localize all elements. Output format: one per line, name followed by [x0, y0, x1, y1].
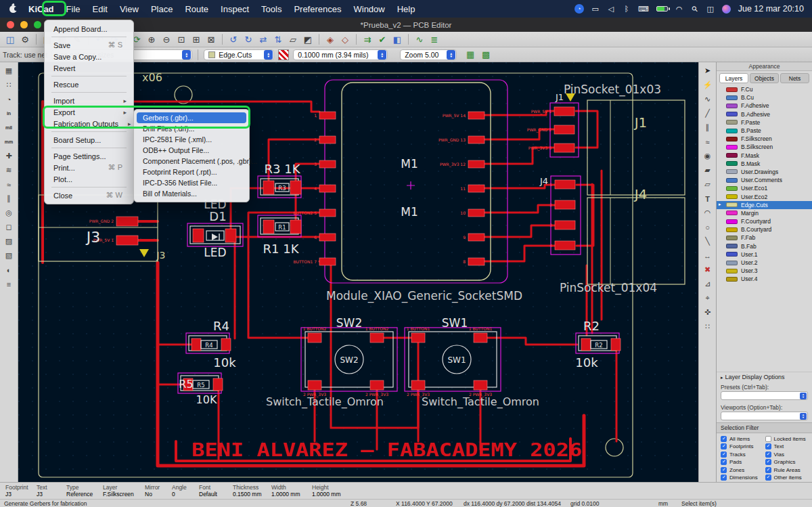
file-menu-item[interactable] [51, 148, 127, 148]
track-display-icon[interactable]: ∥ [1, 192, 16, 205]
menu-board-setup[interactable]: Board Setup... [45, 134, 133, 146]
layer-row[interactable]: User.Eco1 [717, 184, 812, 192]
tab-nets[interactable]: Nets [780, 73, 809, 83]
rule-area-icon[interactable]: ▱ [700, 178, 715, 191]
zoom-select[interactable]: Zoom 5.00 ▲▼ [400, 49, 457, 60]
file-menu-item[interactable] [51, 76, 127, 76]
layer-display-options[interactable]: ▸Layer Display Options [717, 372, 812, 382]
minimize-window-button[interactable] [20, 21, 28, 28]
layer-row[interactable]: F.Courtyard [717, 217, 812, 225]
layer-row[interactable]: User.Eco2 [717, 192, 812, 200]
route-diff-pair-icon[interactable]: ∥ [700, 121, 715, 134]
layer-color-swatch[interactable] [726, 236, 738, 240]
update-pcb-icon[interactable]: ⇉ [361, 33, 374, 46]
selection-filter-checkbox[interactable]: Rule Areas [765, 467, 810, 473]
layer-color-swatch[interactable] [726, 227, 738, 232]
layer-row[interactable]: User.Comments [717, 176, 812, 184]
layer-color-swatch[interactable] [726, 87, 738, 92]
layer-color-swatch[interactable] [726, 252, 738, 257]
footprint-editor-icon[interactable]: ◈ [323, 33, 337, 46]
layers-manager-icon[interactable]: ≡ [1, 278, 16, 290]
active-layer-select[interactable]: Edge.Cuts ▲▼ [204, 49, 274, 60]
layer-row[interactable]: B.Paste [717, 127, 812, 135]
drill-origin-icon[interactable]: ✜ [700, 306, 715, 319]
submenu-ipcd356[interactable]: IPC-D-356 Netlist File... [134, 177, 249, 188]
layer-color-swatch[interactable] [726, 145, 738, 150]
menu-export[interactable]: Export ▸ [45, 106, 133, 118]
ratsnest-icon[interactable]: ≋ [1, 164, 16, 177]
menu-import[interactable]: Import ▸ [45, 95, 133, 106]
layer-row[interactable]: B.Fab [717, 242, 812, 250]
pad-display-icon[interactable]: ◻ [1, 221, 16, 234]
zoom-in-icon[interactable]: ⊕ [145, 33, 158, 46]
cursor-shape-icon[interactable]: ✚ [1, 150, 16, 162]
layer-color-swatch[interactable] [726, 153, 738, 158]
control-center-icon[interactable]: ◫ [706, 4, 715, 14]
layer-color-swatch[interactable] [726, 137, 738, 141]
menu-save-a-copy[interactable]: Save a Copy... [45, 51, 133, 62]
layer-row[interactable]: B.Courtyard [717, 225, 812, 234]
lock-icon[interactable]: ◩ [301, 33, 315, 46]
origin-tool-icon[interactable]: ⌖ [700, 292, 715, 305]
menubar-window[interactable]: Window [347, 0, 390, 18]
submenu-component-placement[interactable]: Component Placement (.pos, .gbr)... [134, 156, 249, 167]
menu-plot[interactable]: Plot... [45, 173, 133, 185]
menu-revert[interactable]: Revert [45, 62, 133, 74]
layer-hatch-swatch[interactable] [278, 49, 289, 60]
selection-filter-checkbox[interactable]: Vias [765, 451, 810, 458]
selection-filter-checkbox[interactable]: Graphics [765, 459, 810, 465]
layer-color-swatch[interactable] [726, 112, 738, 116]
layer-color-swatch[interactable] [726, 120, 738, 125]
line-tool-icon[interactable]: ╲ [700, 235, 715, 248]
layer-color-swatch[interactable] [726, 129, 738, 133]
save-icon[interactable]: ◫ [3, 33, 17, 46]
layer-color-swatch[interactable] [726, 178, 738, 183]
grid-select[interactable]: 0.1000 mm (3.94 mils) ▲▼ [293, 49, 388, 60]
layer-row[interactable]: User.3 [717, 267, 812, 275]
board-statistics-icon[interactable]: ▦ [464, 48, 477, 61]
polar-coords-icon[interactable]: ◔ [1, 93, 16, 106]
layer-color-swatch[interactable] [726, 211, 738, 215]
submenu-ipc2581[interactable]: IPC-2581 File (.xml)... [134, 134, 249, 145]
selection-filter-checkbox[interactable]: Pads [721, 459, 765, 465]
rotate-ccw-icon[interactable]: ↺ [227, 33, 240, 46]
siri-icon[interactable] [722, 5, 731, 14]
layer-row[interactable]: B.Adhesive [717, 110, 812, 118]
via-tool-icon[interactable]: ◉ [700, 150, 715, 162]
zone-display-icon[interactable]: ▨ [1, 235, 16, 248]
net-inspector-icon[interactable]: ∿ [413, 33, 426, 46]
mirror-icon[interactable]: ⇄ [256, 33, 270, 46]
layer-row[interactable]: F.Cu [717, 85, 812, 93]
focus-icon[interactable]: ◔ [574, 4, 584, 14]
measure-tool-icon[interactable]: ⊿ [700, 278, 715, 290]
zoom-fit-icon[interactable]: ⊡ [175, 33, 188, 46]
file-menu-item[interactable] [51, 92, 127, 93]
submenu-gerbers[interactable]: Gerbers (.gbr)... [137, 112, 246, 123]
menubar-help[interactable]: Help [391, 0, 422, 18]
highlight-net-icon[interactable]: ⚡ [700, 79, 715, 91]
selection-filter-checkbox[interactable]: Tracks [721, 451, 765, 458]
menubar-file[interactable]: File [60, 0, 87, 18]
board-setup-icon[interactable]: ⚙ [18, 33, 32, 46]
zone-outline-icon[interactable]: ▧ [1, 249, 16, 262]
zone-tool-icon[interactable]: ▰ [700, 164, 715, 177]
group-icon[interactable]: ▱ [286, 33, 300, 46]
layer-color-swatch[interactable] [726, 277, 738, 282]
ratsnest-tool-icon[interactable]: ∿ [700, 93, 715, 106]
menubar-preferences[interactable]: Preferences [288, 0, 347, 18]
zoom-out-icon[interactable]: ⊖ [160, 33, 173, 46]
flip-icon[interactable]: ⇅ [271, 33, 285, 46]
layer-row[interactable]: F.Silkscreen [717, 135, 812, 143]
menubar-place[interactable]: Place [145, 0, 179, 18]
menu-fabrication-outputs[interactable]: Fabrication Outputs ▸ [45, 118, 133, 129]
menubar-edit[interactable]: Edit [87, 0, 114, 18]
arc-tool-icon[interactable]: ◠ [700, 206, 715, 219]
file-menu-item[interactable] [51, 37, 127, 37]
selection-filter-checkbox[interactable]: Locked items [765, 436, 810, 442]
via-display-icon[interactable]: ◎ [1, 206, 16, 219]
layer-row[interactable]: User.4 [717, 275, 812, 283]
tune-length-icon[interactable]: ≈ [700, 135, 715, 148]
menu-rescue[interactable]: Rescue [45, 79, 133, 90]
layer-row[interactable]: User.1 [717, 250, 812, 259]
menubar-tools[interactable]: Tools [255, 0, 288, 18]
